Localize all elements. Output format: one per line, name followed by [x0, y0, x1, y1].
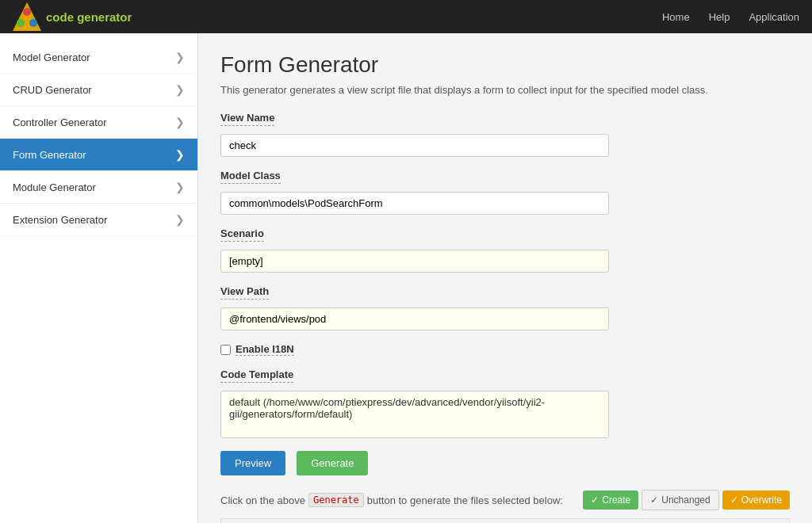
status-create-button[interactable]: ✓ Create — [583, 491, 638, 510]
view-path-input[interactable] — [220, 307, 609, 330]
generate-button[interactable]: Generate — [297, 451, 368, 475]
checkmark-create-icon: ✓ — [591, 494, 599, 506]
generate-code-inline: Generate — [308, 493, 364, 507]
col-header-action: Action — [699, 519, 763, 524]
click-info-text: Click on the above Generate button to ge… — [220, 493, 563, 507]
chevron-icon-module: ❯ — [175, 181, 185, 193]
svg-point-2 — [17, 19, 25, 27]
checkmark-overwrite-icon: ✓ — [730, 494, 738, 506]
status-overwrite-label: Overwrite — [741, 494, 782, 506]
logo-text: code generator — [46, 10, 132, 24]
model-class-input[interactable] — [220, 192, 609, 215]
sidebar-item-form-generator[interactable]: Form Generator ❯ — [0, 139, 197, 171]
action-buttons: Preview Generate — [220, 451, 790, 475]
enable-i18n-checkbox[interactable] — [220, 345, 231, 355]
code-template-label: Code Template — [220, 368, 293, 383]
sidebar-item-extension-generator[interactable]: Extension Generator ❯ — [0, 204, 197, 236]
nav-home[interactable]: Home — [662, 11, 690, 23]
chevron-icon-extension: ❯ — [175, 213, 185, 226]
status-unchanged-button[interactable]: ✓ Unchanged — [642, 490, 718, 510]
status-overwrite-button[interactable]: ✓ Overwrite — [722, 491, 790, 510]
yii-logo-icon — [13, 2, 41, 31]
view-path-label: View Path — [220, 285, 269, 300]
view-name-label: View Name — [220, 112, 274, 126]
sidebar-label-model-generator: Model Generator — [13, 52, 90, 63]
status-unchanged-label: Unchanged — [661, 494, 710, 506]
checkmark-unchanged-icon: ✓ — [650, 494, 658, 506]
click-info-suffix: button to generate the files selected be… — [367, 494, 563, 506]
page-description: This generator generates a view script f… — [220, 84, 790, 96]
page-title: Form Generator — [220, 52, 790, 78]
chevron-icon-controller: ❯ — [175, 116, 185, 128]
sidebar-label-form-generator: Form Generator — [13, 149, 86, 161]
scenario-input[interactable] — [220, 250, 609, 273]
header: code generator Home Help Application — [0, 0, 812, 33]
col-header-code-file: Code File — [221, 519, 700, 524]
table-header-row: Code File Action — [221, 519, 790, 524]
sidebar-label-module-generator: Module Generator — [13, 181, 96, 193]
enable-i18n-group: Enable I18N — [220, 343, 790, 356]
sidebar-label-extension-generator: Extension Generator — [13, 214, 107, 226]
nav-links: Home Help Application — [662, 11, 799, 23]
content-area: Form Generator This generator generates … — [198, 33, 812, 523]
chevron-icon-model: ❯ — [175, 51, 185, 63]
svg-point-4 — [23, 8, 31, 16]
sidebar-item-crud-generator[interactable]: CRUD Generator ❯ — [0, 74, 197, 106]
sidebar: Model Generator ❯ CRUD Generator ❯ Contr… — [0, 33, 198, 523]
sidebar-label-crud-generator: CRUD Generator — [13, 84, 92, 96]
code-template-field-group: Code Template default (/home/www/com/pti… — [220, 368, 790, 438]
click-info-prefix: Click on the above — [220, 494, 305, 506]
sidebar-label-controller-generator: Controller Generator — [13, 116, 107, 128]
chevron-icon-form: ❯ — [175, 148, 185, 161]
sidebar-item-model-generator[interactable]: Model Generator ❯ — [0, 41, 197, 74]
status-create-label: Create — [602, 494, 630, 506]
main-layout: Model Generator ❯ CRUD Generator ❯ Contr… — [0, 33, 812, 523]
model-class-label: Model Class — [220, 170, 281, 184]
chevron-icon-crud: ❯ — [175, 83, 185, 96]
scenario-field-group: Scenario — [220, 227, 790, 273]
scenario-label: Scenario — [220, 227, 264, 242]
svg-point-3 — [29, 19, 37, 27]
col-header-checkbox — [763, 519, 790, 524]
enable-i18n-label: Enable I18N — [236, 343, 294, 356]
results-area: Click on the above Generate button to ge… — [220, 490, 790, 523]
view-name-field-group: View Name — [220, 112, 790, 157]
preview-button[interactable]: Preview — [220, 451, 285, 475]
sidebar-item-controller-generator[interactable]: Controller Generator ❯ — [0, 106, 197, 139]
status-buttons: ✓ Create ✓ Unchanged ✓ Overwrite — [583, 490, 790, 510]
nav-help[interactable]: Help — [709, 11, 730, 23]
click-info-bar: Click on the above Generate button to ge… — [220, 490, 790, 510]
code-template-value[interactable]: default (/home/www/com/ptiexpress/dev/ad… — [220, 391, 609, 438]
nav-application[interactable]: Application — [749, 11, 799, 23]
sidebar-item-module-generator[interactable]: Module Generator ❯ — [0, 171, 197, 204]
view-path-field-group: View Path — [220, 285, 790, 330]
logo-area: code generator — [13, 2, 132, 31]
model-class-field-group: Model Class — [220, 170, 790, 215]
view-name-input[interactable] — [220, 134, 609, 157]
files-table: Code File Action /home/www/com/ptiexpres… — [220, 518, 790, 523]
